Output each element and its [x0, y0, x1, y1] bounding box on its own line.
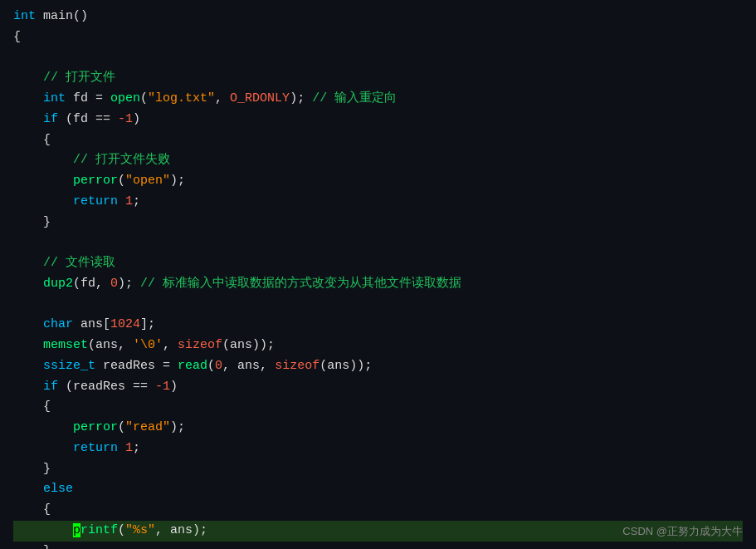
- code-line-9: perror("open");: [13, 171, 743, 192]
- code-line-5: int fd = open("log.txt", O_RDONLY); // 输…: [13, 89, 743, 110]
- code-line-7: {: [13, 130, 743, 151]
- code-editor: int main() { // 打开文件 int fd = open("log.…: [0, 0, 756, 549]
- code-line-20: {: [13, 397, 743, 418]
- code-line-12: [13, 233, 743, 253]
- code-line-21: perror("read");: [13, 418, 743, 439]
- code-line-18: ssize_t readRes = read(0, ans, sizeof(an…: [13, 356, 743, 377]
- code-line-11: }: [13, 213, 743, 233]
- code-line-8: // 打开文件失败: [13, 150, 743, 171]
- code-line-1: int main(): [13, 7, 743, 27]
- code-line-4: // 打开文件: [13, 68, 743, 89]
- code-line-2: {: [13, 27, 743, 48]
- code-line-23: }: [13, 459, 743, 480]
- watermark: CSDN @正努力成为大牛: [622, 524, 743, 539]
- code-line-22: return 1;: [13, 439, 743, 459]
- code-line-17: memset(ans, '\0', sizeof(ans));: [13, 336, 743, 356]
- code-line-10: return 1;: [13, 192, 743, 213]
- code-line-25: {: [13, 500, 743, 521]
- code-line-3: [13, 48, 743, 69]
- code-line-13: // 文件读取: [13, 253, 743, 274]
- code-line-14: dup2(fd, 0); // 标准输入中读取数据的方式改变为从其他文件读取数据: [13, 274, 743, 295]
- code-line-15: [13, 295, 743, 316]
- code-line-24: else: [13, 479, 743, 500]
- code-line-27: }: [13, 542, 743, 550]
- code-line-19: if (readRes == -1): [13, 377, 743, 398]
- code-line-16: char ans[1024];: [13, 315, 743, 336]
- code-line-6: if (fd == -1): [13, 110, 743, 130]
